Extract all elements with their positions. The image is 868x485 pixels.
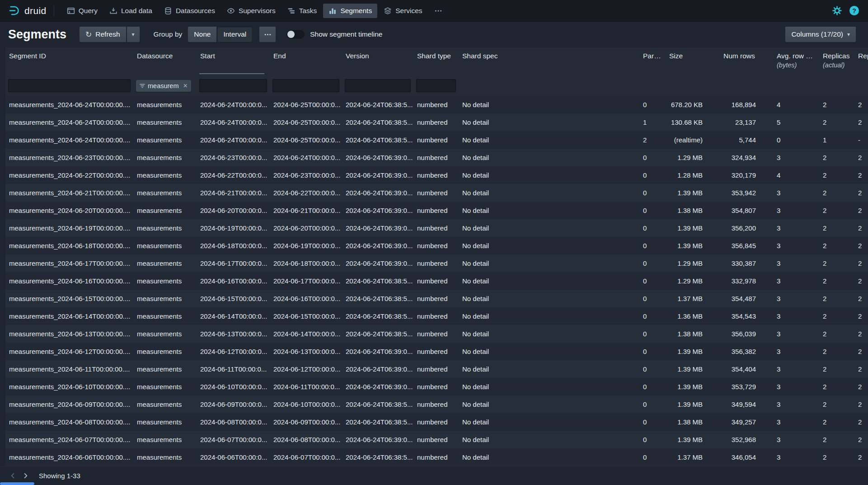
- nav-item-label: Services: [395, 7, 422, 15]
- group-by-interval-button[interactable]: Interval: [217, 26, 253, 42]
- nav-item-load-data[interactable]: Load data: [104, 4, 158, 18]
- cell-partition: 0: [639, 290, 666, 307]
- cell-start: 2024-06-06T00:00:0...: [197, 448, 270, 466]
- table-row[interactable]: measurements_2024-06-24T00:00:00....meas…: [5, 113, 868, 131]
- table-row[interactable]: measurements_2024-06-12T00:00:00....meas…: [5, 343, 868, 360]
- segment-id-filter-input[interactable]: [8, 79, 131, 92]
- cell-segment-id: measurements_2024-06-21T00:00:00....: [5, 184, 133, 202]
- refresh-interval-dropdown-button[interactable]: ▾: [127, 26, 140, 42]
- horizontal-scrollbar-thumb[interactable]: [0, 482, 34, 485]
- column-header-datasource[interactable]: Datasource: [133, 47, 197, 75]
- cell-avg-row-size: 3: [773, 237, 819, 254]
- refresh-button-group: ↻ Refresh ▾: [79, 26, 140, 42]
- cell-replicas: 2: [819, 166, 854, 184]
- next-page-button[interactable]: [19, 470, 32, 482]
- column-header-segment-id[interactable]: Segment ID: [5, 47, 133, 75]
- shard-type-filter-input[interactable]: [416, 79, 456, 92]
- columns-button[interactable]: Columns (17/20) ▾: [785, 26, 856, 42]
- column-header-shard-type[interactable]: Shard type: [413, 47, 459, 75]
- table-row[interactable]: measurements_2024-06-20T00:00:00....meas…: [5, 202, 868, 219]
- column-header-avg-row-size[interactable]: Avg. row size(bytes): [773, 47, 819, 75]
- cell-replicas: 2: [819, 448, 854, 466]
- cell-start: 2024-06-19T00:00:0...: [197, 219, 270, 237]
- table-row[interactable]: measurements_2024-06-15T00:00:00....meas…: [5, 290, 868, 307]
- nav-item-supervisors[interactable]: Supervisors: [221, 4, 281, 18]
- cell-shard-type: numbered: [413, 113, 459, 131]
- group-by-none-button[interactable]: None: [188, 26, 217, 42]
- table-row[interactable]: measurements_2024-06-11T00:00:00....meas…: [5, 360, 868, 378]
- refresh-button[interactable]: ↻ Refresh: [79, 26, 127, 42]
- cell-start: 2024-06-11T00:00:0...: [197, 360, 270, 378]
- settings-gear-icon[interactable]: [832, 6, 842, 15]
- nav-item-tasks[interactable]: Tasks: [282, 4, 323, 18]
- nav-item-services[interactable]: Services: [378, 4, 427, 18]
- column-header-version[interactable]: Version: [342, 47, 413, 75]
- cell-size: 1.39 MB: [666, 396, 720, 413]
- cell-avg-row-size: 3: [773, 360, 819, 378]
- cell-end: 2024-06-14T00:00:0...: [270, 325, 342, 343]
- cell-version: 2024-06-24T06:39:0...: [342, 343, 413, 360]
- table-row[interactable]: measurements_2024-06-08T00:00:00....meas…: [5, 413, 868, 431]
- table-row[interactable]: measurements_2024-06-23T00:00:00....meas…: [5, 149, 868, 166]
- table-row[interactable]: measurements_2024-06-24T00:00:00....meas…: [5, 131, 868, 149]
- column-header-end[interactable]: End: [270, 47, 342, 75]
- nav-item-label: Segments: [340, 7, 372, 15]
- end-filter-input[interactable]: [272, 79, 339, 92]
- nav-item-query[interactable]: Query: [61, 4, 103, 18]
- cell-version: 2024-06-24T06:39:0...: [342, 166, 413, 184]
- table-row[interactable]: measurements_2024-06-13T00:00:00....meas…: [5, 325, 868, 343]
- table-row[interactable]: measurements_2024-06-14T00:00:00....meas…: [5, 307, 868, 325]
- cell-replication-factor: 2: [854, 254, 868, 272]
- column-header-replicas[interactable]: Replicas(actual): [819, 47, 854, 75]
- cell-replication-factor: 2: [854, 219, 868, 237]
- column-header-size[interactable]: Size: [666, 47, 720, 75]
- nav-item-label: Datasources: [176, 7, 215, 15]
- cell-size: 1.38 MB: [666, 325, 720, 343]
- nav-more-button[interactable]: [429, 4, 448, 18]
- cell-num-rows: 332,978: [720, 272, 773, 290]
- cell-avg-row-size: 3: [773, 272, 819, 290]
- table-row[interactable]: measurements_2024-06-10T00:00:00....meas…: [5, 378, 868, 396]
- help-icon[interactable]: ?: [849, 6, 859, 15]
- table-row[interactable]: measurements_2024-06-17T00:00:00....meas…: [5, 254, 868, 272]
- cell-shard-spec: No detail: [459, 378, 639, 396]
- column-header-start[interactable]: Start: [197, 47, 270, 75]
- table-row[interactable]: measurements_2024-06-18T00:00:00....meas…: [5, 237, 868, 254]
- table-row[interactable]: measurements_2024-06-16T00:00:00....meas…: [5, 272, 868, 290]
- previous-page-button[interactable]: [6, 470, 19, 482]
- cell-segment-id: measurements_2024-06-23T00:00:00....: [5, 149, 133, 166]
- column-header-partition[interactable]: Partition: [639, 47, 666, 75]
- nav-item-datasources[interactable]: Datasources: [159, 4, 221, 18]
- nav-item-segments[interactable]: Segments: [323, 4, 377, 18]
- cell-avg-row-size: 3: [773, 219, 819, 237]
- refresh-icon: ↻: [85, 31, 92, 38]
- cell-segment-id: measurements_2024-06-17T00:00:00....: [5, 254, 133, 272]
- pagination-footer: Showing 1-33: [0, 466, 868, 485]
- cell-shard-spec: No detail: [459, 413, 639, 431]
- datasource-filter-chip[interactable]: measurem ×: [136, 80, 191, 92]
- chip-remove-icon[interactable]: ×: [182, 82, 189, 90]
- column-header-num-rows[interactable]: Num rows: [720, 47, 773, 75]
- cell-num-rows: 356,382: [720, 343, 773, 360]
- cell-partition: 2: [639, 131, 666, 149]
- table-row[interactable]: measurements_2024-06-24T00:00:00....meas…: [5, 96, 868, 113]
- nav-item-label: Load data: [121, 7, 152, 15]
- start-filter-input[interactable]: [199, 79, 267, 92]
- table-row[interactable]: measurements_2024-06-19T00:00:00....meas…: [5, 219, 868, 237]
- table-row[interactable]: measurements_2024-06-06T00:00:00....meas…: [5, 448, 868, 466]
- table-row[interactable]: measurements_2024-06-21T00:00:00....meas…: [5, 184, 868, 202]
- cell-shard-type: numbered: [413, 343, 459, 360]
- cell-datasource: measurements: [133, 219, 197, 237]
- table-row[interactable]: measurements_2024-06-09T00:00:00....meas…: [5, 396, 868, 413]
- segment-timeline-switch[interactable]: [286, 29, 305, 39]
- table-row[interactable]: measurements_2024-06-22T00:00:00....meas…: [5, 166, 868, 184]
- cell-partition: 0: [639, 396, 666, 413]
- cell-shard-spec: No detail: [459, 131, 639, 149]
- cell-replication-factor: 2: [854, 343, 868, 360]
- column-header-replication-factor[interactable]: Replication factor: [854, 47, 868, 75]
- more-actions-button[interactable]: [259, 26, 276, 42]
- table-row[interactable]: measurements_2024-06-07T00:00:00....meas…: [5, 431, 868, 448]
- column-header-shard-spec[interactable]: Shard spec: [459, 47, 639, 75]
- version-filter-input[interactable]: [345, 79, 411, 92]
- cell-version: 2024-06-24T06:39:0...: [342, 360, 413, 378]
